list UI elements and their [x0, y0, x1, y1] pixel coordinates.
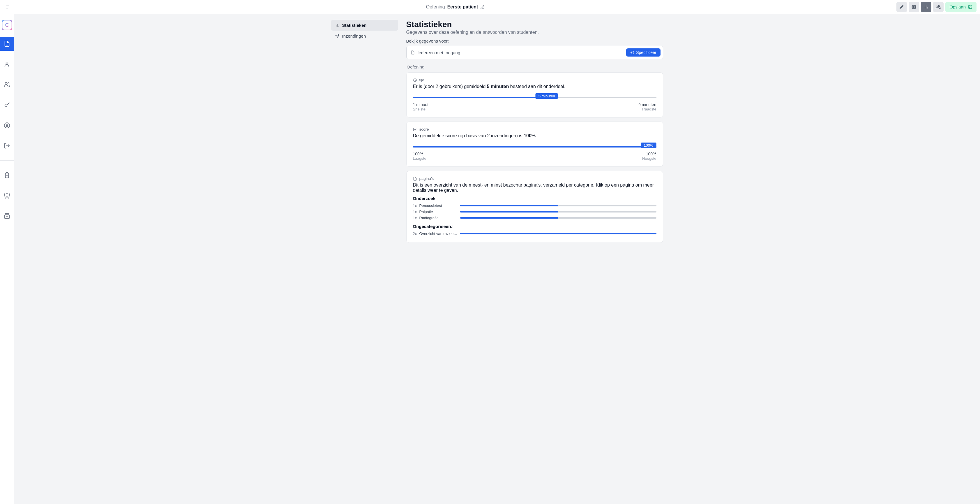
nav-item-label: Inzendingen	[342, 33, 366, 38]
section-nav-statistieken[interactable]: Statistieken	[331, 20, 398, 30]
topbar-actions: Opslaan	[896, 2, 977, 12]
main-column: Statistieken Gegevens over deze oefening…	[406, 20, 663, 247]
key-icon	[4, 102, 10, 108]
card-time-label: tijd	[419, 78, 424, 82]
pages-group-title: Onderzoek	[413, 196, 656, 201]
section-nav-inzendingen[interactable]: Inzendingen	[331, 30, 398, 41]
line-chart-icon	[413, 128, 417, 131]
rail-item-user[interactable]	[0, 57, 14, 71]
score-max-label: Hoogste	[642, 156, 656, 161]
clock-icon	[413, 78, 417, 82]
gear-icon	[912, 5, 916, 10]
time-range-bar: 5 minuten	[413, 97, 656, 98]
bar-chart-icon	[335, 23, 339, 27]
card-score-sentence-bold: 100%	[523, 133, 536, 138]
edit-button[interactable]	[896, 2, 907, 12]
pages-row-name: Radiografie	[419, 216, 460, 220]
card-score-sentence-before: De gemiddelde score (op basis van 2 inze…	[413, 133, 524, 138]
rail-item-clipboard[interactable]	[0, 168, 14, 182]
rail-item-users[interactable]	[0, 78, 14, 91]
card-time-statement: Er is (door 2 gebruikers) gemiddeld 5 mi…	[413, 84, 656, 89]
time-max-label: Traagste	[641, 107, 656, 112]
svg-point-10	[6, 124, 8, 126]
pages-row[interactable]: 1xPalpatie	[413, 209, 656, 215]
score-min-label: Laagste	[413, 156, 426, 161]
mini-bar	[460, 217, 656, 219]
score-range-meta: 100% Laagste 100% Hoogste	[413, 152, 656, 161]
document-icon	[413, 177, 417, 181]
card-time-sentence-after: besteed aan dit onderdeel.	[509, 84, 565, 89]
target-icon	[630, 50, 634, 54]
specify-button-label: Specificeer	[636, 50, 656, 55]
tooth-icon	[4, 192, 10, 199]
paper-plane-icon	[335, 34, 339, 38]
main-title: Statistieken	[406, 20, 663, 29]
range-bar-fill	[413, 146, 656, 147]
pages-row-count: 1x	[413, 204, 419, 208]
card-score-statement: De gemiddelde score (op basis van 2 inze…	[413, 133, 656, 139]
statistics-button[interactable]	[921, 2, 931, 12]
filter-value: Iedereen met toegang	[418, 50, 624, 55]
mini-bar-fill	[460, 233, 656, 234]
time-max-value: 9 minuten	[638, 102, 656, 107]
score-max-value: 100%	[646, 152, 656, 156]
section-nav: Statistieken Inzendingen	[331, 20, 398, 247]
rail-item-logout[interactable]	[0, 139, 14, 153]
pages-row-count: 1x	[413, 210, 419, 214]
settings-button[interactable]	[908, 2, 919, 12]
breadcrumb-prefix: Oefening	[426, 4, 445, 10]
card-time-sentence-before: Er is (door 2 gebruikers) gemiddeld	[413, 84, 487, 89]
range-badge: 5 minuten	[536, 93, 558, 99]
pages-row-name: Overzicht van uw eer…	[419, 231, 460, 236]
pages-row-count: 2x	[413, 231, 419, 236]
content: Statistieken Inzendingen Statistieken Ge…	[325, 14, 669, 258]
pages-row[interactable]: 1xRadiografie	[413, 215, 656, 221]
logout-icon	[4, 142, 10, 149]
time-min-value: 1 minuut	[413, 102, 429, 107]
svg-point-7	[5, 83, 7, 85]
mini-bar	[460, 211, 656, 212]
rail-item-keys[interactable]	[0, 98, 14, 112]
pages-row[interactable]: 2xOverzicht van uw eer…	[413, 231, 656, 237]
card-time: tijd Er is (door 2 gebruikers) gemiddeld…	[406, 72, 663, 118]
hamburger-icon	[6, 4, 11, 10]
users-button[interactable]	[933, 2, 943, 12]
card-score-header: score	[413, 127, 656, 131]
specify-button[interactable]: Specificeer	[626, 48, 660, 57]
card-time-header: tijd	[413, 78, 656, 82]
card-pages: pagina's Dit is een overzicht van de mee…	[406, 171, 663, 243]
filter-label: Bekijk gegevens voor:	[406, 38, 663, 43]
svg-point-19	[632, 52, 633, 53]
main-subtitle: Gegevens over deze oefening en de antwoo…	[406, 30, 663, 35]
svg-point-1	[937, 5, 939, 7]
document-icon	[4, 40, 10, 47]
svg-point-18	[631, 51, 634, 54]
pages-row-count: 1x	[413, 216, 419, 220]
document-icon	[410, 50, 415, 54]
left-rail: C	[0, 14, 14, 504]
save-button[interactable]: Opslaan	[945, 2, 977, 12]
card-score: score De gemiddelde score (op basis van …	[406, 121, 663, 167]
svg-point-0	[913, 6, 915, 8]
card-pages-description: Dit is een overzicht van de meest- en mi…	[413, 182, 656, 193]
breadcrumb: Oefening Eerste patiënt	[14, 4, 896, 10]
app-logo[interactable]: C	[2, 20, 12, 30]
time-range-meta: 1 minuut Snelste 9 minuten Traagste	[413, 102, 656, 112]
nav-item-label: Statistieken	[342, 23, 367, 28]
time-max: 9 minuten Traagste	[638, 102, 656, 112]
pages-row[interactable]: 1xPercussietest	[413, 203, 656, 209]
hamburger-menu-button[interactable]	[2, 4, 14, 10]
page: Statistieken Inzendingen Statistieken Ge…	[14, 0, 980, 504]
pencil-icon	[899, 5, 904, 10]
svg-rect-16	[5, 214, 9, 215]
rail-item-archive[interactable]	[0, 209, 14, 223]
rail-item-account[interactable]	[0, 118, 14, 132]
save-button-label: Opslaan	[950, 4, 966, 10]
rail-item-tooth[interactable]	[0, 188, 14, 203]
user-icon	[4, 61, 10, 67]
rename-button[interactable]	[480, 5, 484, 9]
rail-item-exercises[interactable]	[0, 37, 14, 51]
pages-groups: Onderzoek1xPercussietest1xPalpatie1xRadi…	[413, 196, 656, 237]
filter-row: Iedereen met toegang Specificeer	[406, 46, 663, 59]
range-badge: 100%	[641, 142, 656, 148]
